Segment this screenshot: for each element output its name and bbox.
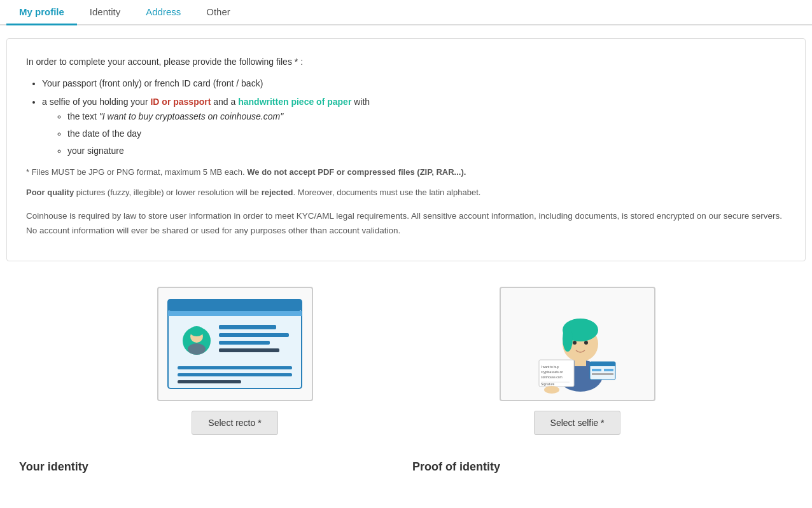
subitem-3: your signature [67,144,786,159]
svg-rect-30 [592,369,601,371]
svg-text:cryptoassets on: cryptoassets on [541,370,563,374]
svg-rect-10 [219,348,279,352]
subitem1-quote: "I want to buy cryptoassets on coinhouse… [99,111,283,121]
poor-quality-label: Poor quality [26,188,74,197]
upload-card-selfie: I want to buy cryptoassets on coinhouse.… [500,287,655,435]
kyc-note: Coinhouse is required by law to store us… [26,209,786,238]
tab-bar: My profile Identity Address Other [0,0,812,25]
svg-rect-11 [178,366,292,369]
svg-point-27 [544,386,559,394]
svg-rect-9 [219,341,270,345]
files-note2-mid: pictures (fuzzy, illegible) or lower res… [74,188,262,197]
subitem-1: the text "I want to buy cryptoassets on … [67,109,786,125]
upload-section: Select recto * [0,274,812,448]
upload-preview-recto [157,287,313,401]
svg-rect-13 [178,380,241,383]
files-note-2: Poor quality pictures (fuzzy, illegible)… [26,186,786,200]
info-box: In order to complete your account, pleas… [6,38,806,261]
id-card-illustration [165,293,305,395]
svg-rect-1 [168,299,302,311]
item2-highlight2: handwritten piece of paper [238,97,351,107]
tab-address[interactable]: Address [133,0,193,25]
subitem1-prefix: the text [67,111,99,121]
svg-rect-7 [219,325,276,329]
files-note2-suffix: . Moreover, documents must use the latin… [293,188,481,197]
select-selfie-button[interactable]: Select selfie * [534,411,621,435]
svg-point-6 [190,326,204,336]
files-note-bold: We do not accept PDF or compressed files… [247,167,466,177]
tab-identity[interactable]: Identity [77,0,133,25]
files-note-1: * Files MUST be JPG or PNG format, maxim… [26,165,786,179]
svg-point-19 [573,341,577,345]
tab-my-profile[interactable]: My profile [6,0,77,25]
svg-text:coinhouse.com: coinhouse.com [541,375,563,379]
item2-highlight1: ID or passport [150,97,211,107]
requirements-list: Your passport (front only) or french ID … [42,76,786,159]
svg-point-18 [563,326,573,352]
req-item-1: Your passport (front only) or french ID … [42,76,786,92]
svg-point-20 [584,341,588,345]
files-note-prefix: * Files MUST be JPG or PNG format, maxim… [26,167,247,177]
svg-rect-31 [604,369,613,371]
upload-preview-selfie: I want to buy cryptoassets on coinhouse.… [500,287,655,401]
upload-card-recto: Select recto * [157,287,313,435]
proof-of-identity-label: Proof of identity [412,460,806,474]
tab-other[interactable]: Other [193,0,243,25]
svg-rect-2 [168,311,302,316]
select-recto-button[interactable]: Select recto * [192,411,277,435]
item2-prefix: a selfie of you holding your [42,97,150,107]
bottom-labels: Your identity Proof of identity [0,448,812,480]
svg-rect-29 [590,362,615,366]
item2-mid: and a [211,97,238,107]
item2-suffix: with [351,97,370,107]
svg-rect-32 [592,373,613,375]
svg-point-5 [188,343,206,355]
rejected-label: rejected [262,188,293,197]
selfie-illustration: I want to buy cryptoassets on coinhouse.… [526,293,628,395]
your-identity-label: Your identity [6,460,412,474]
svg-text:Signature: Signature [541,382,555,386]
svg-text:I want to buy: I want to buy [541,365,559,369]
intro-text: In order to complete your account, pleas… [26,55,786,70]
svg-rect-12 [178,373,292,376]
subitems-list: the text "I want to buy cryptoassets on … [67,109,786,158]
subitem-2: the date of the day [67,127,786,142]
svg-rect-8 [219,333,289,337]
req-item-2: a selfie of you holding your ID or passp… [42,95,786,159]
